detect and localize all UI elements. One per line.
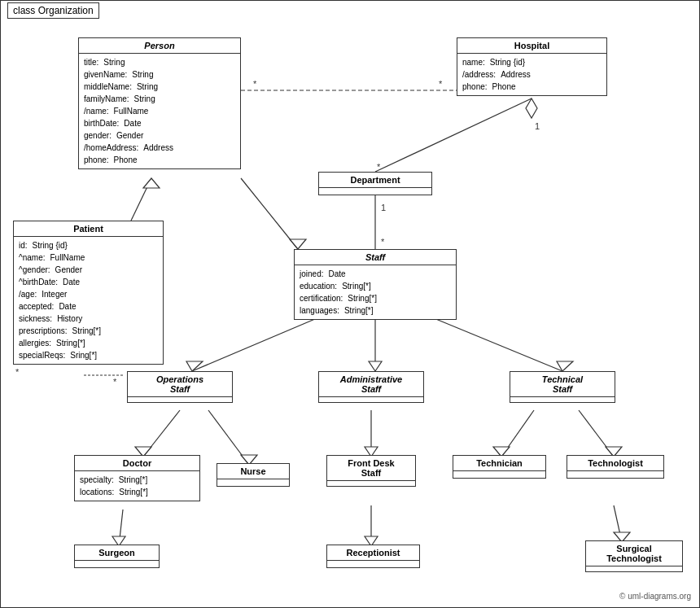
class-surgeon-attrs [75, 561, 159, 567]
class-person-name: Person [79, 38, 240, 54]
svg-marker-4 [526, 98, 537, 118]
svg-text:1: 1 [381, 203, 386, 212]
class-patient: Patient id:String {id} ^name:FullName ^g… [13, 221, 164, 365]
class-surgeon-name: Surgeon [75, 545, 159, 561]
diagram-container: class Organization * * 1 * 1 * * [0, 0, 700, 608]
class-technologist-attrs [567, 471, 663, 478]
svg-text:*: * [113, 377, 117, 387]
class-patient-attrs: id:String {id} ^name:FullName ^gender:Ge… [14, 237, 163, 364]
class-department: Department [318, 172, 432, 195]
class-nurse: Nurse [217, 463, 290, 487]
svg-line-31 [501, 410, 534, 457]
class-technologist-name: Technologist [567, 456, 663, 471]
class-technologist: Technologist [567, 455, 664, 479]
class-surgical-tech-attrs [586, 566, 682, 571]
svg-line-12 [241, 178, 298, 249]
class-front-desk-attrs [327, 481, 415, 486]
class-operations-staff: OperationsStaff [127, 371, 233, 403]
copyright-text: © uml-diagrams.org [619, 592, 691, 601]
class-hospital: Hospital name:String {id} /address:Addre… [457, 37, 607, 96]
svg-line-35 [119, 510, 123, 546]
class-doctor: Doctor specialty:String[*] locations:Str… [74, 455, 200, 501]
svg-line-27 [208, 410, 249, 465]
diagram-title: class Organization [7, 2, 99, 19]
svg-line-25 [143, 410, 180, 457]
class-surgical-tech-name: SurgicalTechnologist [586, 541, 682, 566]
svg-marker-19 [369, 361, 382, 371]
class-admin-staff: AdministrativeStaff [318, 371, 424, 403]
class-nurse-attrs [217, 479, 289, 486]
class-doctor-attrs: specialty:String[*] locations:String[*] [75, 471, 199, 501]
class-technician: Technician [453, 455, 546, 479]
class-technician-attrs [453, 471, 545, 478]
class-receptionist: Receptionist [326, 545, 420, 568]
class-nurse-name: Nurse [217, 464, 289, 479]
class-person: Person title:String givenName:String mid… [78, 37, 241, 169]
class-staff-attrs: joined:Date education:String[*] certific… [295, 265, 456, 319]
class-staff-name: Staff [295, 250, 456, 265]
class-surgical-tech: SurgicalTechnologist [585, 540, 683, 572]
svg-line-20 [424, 314, 562, 371]
svg-line-3 [375, 98, 532, 172]
class-technical-staff-attrs [510, 397, 615, 402]
svg-text:*: * [253, 79, 257, 89]
svg-text:1: 1 [535, 121, 540, 131]
class-receptionist-attrs [327, 561, 419, 567]
svg-text:*: * [377, 162, 381, 172]
class-surgeon: Surgeon [74, 545, 160, 568]
class-operations-staff-attrs [128, 397, 232, 402]
svg-line-16 [192, 314, 326, 371]
class-doctor-name: Doctor [75, 456, 199, 471]
class-hospital-name: Hospital [457, 38, 606, 54]
svg-marker-13 [290, 239, 306, 249]
svg-text:*: * [381, 237, 385, 247]
class-technical-staff: TechnicalStaff [510, 371, 615, 403]
class-front-desk: Front DeskStaff [326, 455, 416, 487]
class-technical-staff-name: TechnicalStaff [510, 372, 615, 397]
svg-line-33 [579, 410, 614, 457]
svg-line-39 [614, 505, 622, 542]
svg-marker-17 [186, 361, 203, 371]
class-receptionist-name: Receptionist [327, 545, 419, 561]
svg-marker-21 [557, 361, 573, 371]
class-person-attrs: title:String givenName:String middleName… [79, 54, 240, 168]
class-admin-staff-name: AdministrativeStaff [319, 372, 423, 397]
class-front-desk-name: Front DeskStaff [327, 456, 415, 481]
class-admin-staff-attrs [319, 397, 423, 402]
class-operations-staff-name: OperationsStaff [128, 372, 232, 397]
class-technician-name: Technician [453, 456, 545, 471]
class-hospital-attrs: name:String {id} /address:Address phone:… [457, 54, 606, 95]
svg-line-10 [131, 178, 151, 221]
svg-text:*: * [439, 79, 443, 89]
svg-marker-11 [143, 178, 160, 188]
class-department-name: Department [319, 173, 431, 188]
class-patient-name: Patient [14, 221, 163, 237]
class-staff: Staff joined:Date education:String[*] ce… [294, 249, 457, 320]
class-department-attrs [319, 188, 431, 195]
svg-text:*: * [15, 367, 20, 377]
